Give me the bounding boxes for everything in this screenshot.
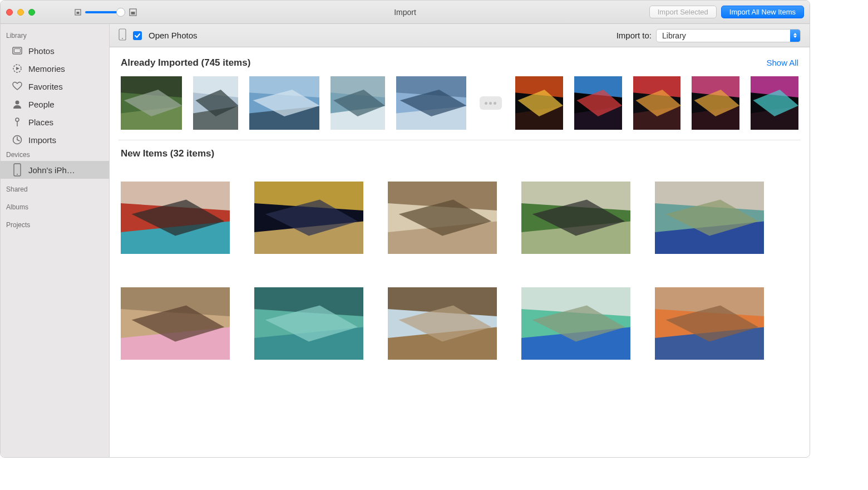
svg-line-12 bbox=[17, 140, 19, 141]
already-thumb[interactable] bbox=[249, 76, 319, 130]
sidebar-item-label: Favorites bbox=[28, 82, 63, 91]
sidebar-item-label: John's iPh… bbox=[28, 165, 75, 175]
more-indicator[interactable] bbox=[480, 96, 502, 110]
sidebar-item-photos[interactable]: Photos bbox=[1, 42, 109, 60]
select-caret-icon bbox=[790, 30, 800, 42]
memories-icon bbox=[12, 63, 23, 74]
already-imported-title: Already Imported (745 items) bbox=[121, 57, 250, 68]
close-window-button[interactable] bbox=[6, 9, 13, 16]
imports-icon bbox=[12, 134, 23, 145]
slider-track[interactable] bbox=[85, 11, 125, 13]
show-all-link[interactable]: Show All bbox=[766, 58, 798, 67]
sidebar: Library PhotosMemoriesFavoritesPeoplePla… bbox=[1, 24, 110, 457]
already-thumb[interactable] bbox=[396, 76, 466, 130]
sidebar-item-favorites[interactable]: Favorites bbox=[1, 77, 109, 95]
already-thumb[interactable] bbox=[121, 76, 182, 130]
content-area: Already Imported (745 items) Show All bbox=[110, 47, 810, 457]
svg-point-14 bbox=[17, 174, 18, 175]
import-to-label: Import to: bbox=[617, 31, 652, 40]
svg-point-16 bbox=[122, 38, 123, 39]
sidebar-header-albums[interactable]: Albums bbox=[1, 201, 109, 213]
device-icon bbox=[119, 28, 126, 42]
already-thumb[interactable] bbox=[751, 76, 798, 130]
svg-rect-5 bbox=[14, 49, 21, 53]
new-item-thumb[interactable] bbox=[655, 287, 764, 360]
new-item-thumb[interactable] bbox=[121, 287, 230, 360]
minimize-window-button[interactable] bbox=[17, 9, 24, 16]
new-item-thumb[interactable] bbox=[254, 287, 363, 360]
svg-point-8 bbox=[16, 118, 19, 121]
titlebar: Import Import Selected Import All New It… bbox=[1, 1, 810, 24]
iphone-icon bbox=[12, 164, 23, 175]
open-photos-checkbox[interactable] bbox=[133, 31, 142, 40]
new-item-thumb[interactable] bbox=[388, 182, 497, 254]
svg-rect-1 bbox=[77, 12, 80, 14]
sidebar-item-imports[interactable]: Imports bbox=[1, 131, 109, 149]
sidebar-header-devices: Devices bbox=[1, 149, 109, 161]
window-title: Import bbox=[394, 8, 416, 17]
new-item-thumb[interactable] bbox=[655, 182, 764, 254]
sidebar-item-memories[interactable]: Memories bbox=[1, 60, 109, 77]
sidebar-item-device[interactable]: John's iPh… bbox=[1, 161, 109, 179]
favorites-icon bbox=[12, 81, 23, 92]
sidebar-item-people[interactable]: People bbox=[1, 95, 109, 113]
already-thumb[interactable] bbox=[633, 76, 681, 130]
import-to-select[interactable]: Library bbox=[656, 29, 801, 42]
new-item-thumb[interactable] bbox=[121, 182, 230, 254]
new-items-title: New Items (32 items) bbox=[121, 148, 214, 159]
zoom-window-button[interactable] bbox=[28, 9, 35, 16]
people-icon bbox=[12, 99, 23, 110]
photos-icon bbox=[12, 45, 23, 56]
sidebar-item-label: Memories bbox=[28, 64, 65, 74]
open-photos-label: Open Photos bbox=[149, 31, 198, 40]
new-item-thumb[interactable] bbox=[521, 182, 630, 254]
new-item-thumb[interactable] bbox=[254, 182, 363, 254]
new-item-thumb[interactable] bbox=[388, 287, 497, 360]
sidebar-header-projects[interactable]: Projects bbox=[1, 219, 109, 231]
already-thumb[interactable] bbox=[515, 76, 563, 130]
places-icon bbox=[12, 116, 23, 128]
import-options-bar: Open Photos Import to: Library bbox=[110, 24, 810, 47]
sidebar-item-label: People bbox=[28, 100, 55, 109]
already-thumb[interactable] bbox=[692, 76, 739, 130]
sidebar-item-label: Photos bbox=[28, 46, 55, 56]
window-controls bbox=[6, 9, 35, 16]
sidebar-item-label: Places bbox=[28, 117, 53, 127]
svg-rect-3 bbox=[131, 12, 135, 14]
sidebar-item-label: Imports bbox=[28, 135, 56, 145]
sidebar-header-library: Library bbox=[1, 30, 109, 42]
thumbnail-size-slider[interactable] bbox=[74, 8, 137, 17]
already-thumb[interactable] bbox=[574, 76, 622, 130]
svg-point-7 bbox=[16, 101, 19, 105]
new-item-thumb[interactable] bbox=[521, 287, 630, 360]
sidebar-header-shared[interactable]: Shared bbox=[1, 183, 109, 195]
thumb-large-icon bbox=[129, 8, 137, 17]
import-to-value: Library bbox=[662, 31, 686, 40]
already-thumb[interactable] bbox=[193, 76, 238, 130]
import-all-button[interactable]: Import All New Items bbox=[721, 6, 804, 18]
sidebar-item-places[interactable]: Places bbox=[1, 113, 109, 131]
thumb-small-icon bbox=[74, 8, 82, 16]
already-thumb[interactable] bbox=[331, 76, 384, 130]
import-selected-button[interactable]: Import Selected bbox=[649, 6, 717, 18]
